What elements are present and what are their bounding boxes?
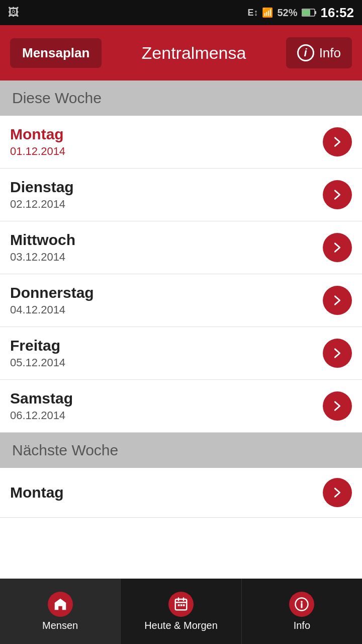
info-button[interactable]: i Info [286,37,352,68]
day-name: Freitag [10,337,65,354]
list-item[interactable]: Freitag 05.12.2014 [0,327,362,380]
chevron-right-icon[interactable] [323,286,352,315]
day-name: Mittwoch [10,231,75,249]
battery-icon [302,9,317,17]
mensaplan-button[interactable]: Mensaplan [10,38,102,68]
day-date: 02.12.2014 [10,198,74,211]
info-nav-icon [289,592,314,617]
status-bar: 🖼 E↕ 📶 52% 16:52 [0,0,362,25]
section-header-diese-woche: Diese Woche [0,80,362,116]
svg-rect-7 [178,604,180,606]
nav-label-mensen: Mensen [42,620,78,631]
list-item[interactable]: Samstag 06.12.2014 [0,380,362,433]
list-item[interactable]: Montag [0,468,362,518]
network-icon: 📶 [262,7,273,18]
chevron-right-icon[interactable] [323,339,352,368]
nav-label-info: Info [294,620,310,631]
svg-rect-1 [315,11,316,14]
list-item[interactable]: Donnerstag 04.12.2014 [0,274,362,327]
nav-item-heute-morgen[interactable]: Heute & Morgen [121,579,241,644]
section-header-naechste-woche: Nächste Woche [0,433,362,468]
toolbar-title: Zentralmensa [142,43,246,63]
svg-rect-9 [183,604,185,606]
day-date: 03.12.2014 [10,251,75,264]
toolbar: Mensaplan Zentralmensa i Info [0,25,362,80]
nav-label-heute-morgen: Heute & Morgen [144,620,218,631]
clock: 16:52 [321,5,354,21]
day-name: Donnerstag [10,284,94,301]
svg-rect-8 [180,604,183,606]
day-date: 05.12.2014 [10,356,65,369]
list-item[interactable]: Mittwoch 03.12.2014 [0,221,362,274]
chevron-right-icon[interactable] [323,233,352,262]
section-title-diese-woche: Diese Woche [12,90,102,106]
day-date: 01.12.2014 [10,145,65,158]
info-icon: i [297,44,314,61]
chevron-right-icon[interactable] [323,127,352,156]
day-date: 04.12.2014 [10,303,94,316]
calendar-icon [168,592,194,617]
day-date: 06.12.2014 [10,409,73,422]
svg-rect-2 [302,10,310,16]
chevron-right-icon[interactable] [323,478,352,507]
nav-item-mensen[interactable]: Mensen [0,579,121,644]
list-item[interactable]: Montag 01.12.2014 [0,116,362,169]
day-name: Montag [10,484,64,501]
signal-icon: E↕ [247,8,258,18]
list-item[interactable]: Dienstag 02.12.2014 [0,169,362,221]
photo-icon: 🖼 [8,6,19,19]
chevron-right-icon[interactable] [323,180,352,209]
day-name: Samstag [10,390,73,407]
nav-item-info[interactable]: Info [242,579,362,644]
section-title-naechste-woche: Nächste Woche [12,442,118,458]
battery-level: 52% [277,7,297,19]
day-name: Dienstag [10,179,74,196]
day-name: Montag [10,126,65,143]
bottom-nav: Mensen Heute & Morgen Info [0,579,362,644]
content-area: Diese Woche Montag 01.12.2014 Dienstag 0… [0,80,362,579]
chevron-right-icon[interactable] [323,391,352,421]
home-icon [48,592,73,617]
